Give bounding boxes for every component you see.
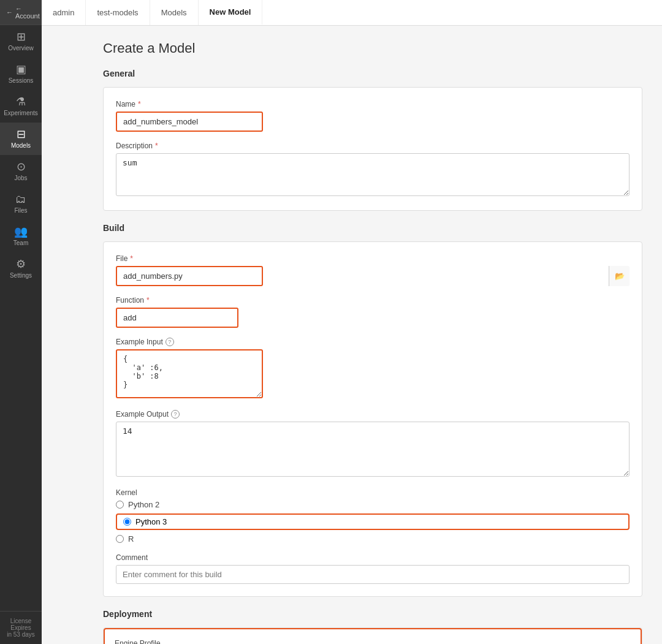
kernel-python3-radio[interactable] [123, 518, 131, 526]
example-input-group: Example Input ? { 'a' :6, 'b' :8 } [116, 338, 630, 400]
engine-profile-label: Engine Profile [115, 639, 631, 644]
kernel-python2-option[interactable]: Python 2 [116, 500, 630, 509]
page-title: Create a Model [103, 40, 642, 56]
kernel-r-option[interactable]: R [116, 534, 630, 544]
back-arrow-icon: ← [6, 9, 13, 16]
sidebar: ← ← Account ⊞ Overview ▣ Sessions ⚗ Expe… [0, 0, 42, 644]
sidebar-item-label: Sessions [9, 77, 34, 84]
deployment-section: Engine Profile 1 vCPU / 2 GiB Memory 2 v… [103, 627, 642, 644]
tab-new-model[interactable]: New Model [199, 0, 263, 25]
file-browse-button[interactable]: 📂 [609, 266, 630, 286]
description-group: Description * sum [116, 142, 630, 198]
file-required: * [130, 254, 133, 263]
files-icon: 🗂 [15, 194, 26, 205]
sidebar-item-label: Team [13, 240, 28, 246]
sidebar-item-label: Settings [10, 272, 32, 279]
file-group: File * 📂 [116, 254, 630, 286]
tab-admin[interactable]: admin [42, 0, 86, 25]
sidebar-item-files[interactable]: 🗂 Files [0, 188, 42, 220]
description-label: Description * [116, 142, 630, 150]
example-output-label: Example Output ? [116, 410, 630, 419]
example-output-help-icon[interactable]: ? [171, 410, 180, 419]
file-input[interactable] [116, 266, 263, 286]
kernel-r-label: R [128, 534, 134, 544]
main-content: Create a Model General Name * Descriptio… [83, 26, 662, 644]
comment-label: Comment [116, 553, 630, 562]
sidebar-item-models[interactable]: ⊟ Models [0, 123, 42, 155]
engine-profile-group: Engine Profile 1 vCPU / 2 GiB Memory 2 v… [115, 639, 631, 644]
sidebar-item-sessions[interactable]: ▣ Sessions [0, 58, 42, 90]
kernel-python3-label: Python 3 [135, 517, 167, 526]
name-group: Name * [116, 100, 630, 132]
sidebar-item-label: Experiments [4, 110, 38, 116]
models-icon: ⊟ [17, 129, 26, 140]
topbar: admin test-models Models New Model [42, 0, 662, 26]
license-line1: License [6, 618, 36, 624]
sessions-icon: ▣ [16, 64, 26, 75]
build-section: File * 📂 Function * Example Input ? [103, 241, 642, 597]
description-required: * [155, 142, 158, 150]
sidebar-item-label: Models [11, 142, 31, 149]
comment-group: Comment [116, 553, 630, 584]
deployment-inner: Engine Profile 1 vCPU / 2 GiB Memory 2 v… [104, 628, 642, 644]
kernel-group: Kernel Python 2 Python 3 R [116, 488, 630, 544]
function-input[interactable] [116, 308, 238, 328]
deployment-section-title: Deployment [103, 609, 642, 619]
sidebar-item-overview[interactable]: ⊞ Overview [0, 25, 42, 58]
name-input[interactable] [116, 112, 263, 132]
jobs-icon: ⊙ [17, 161, 26, 172]
tab-models[interactable]: Models [150, 0, 199, 25]
name-required: * [138, 100, 141, 108]
sidebar-item-experiments[interactable]: ⚗ Experiments [0, 90, 42, 123]
example-input-label: Example Input ? [116, 338, 630, 346]
tab-test-models[interactable]: test-models [86, 0, 150, 25]
account-label: ← Account [15, 5, 40, 20]
license-line2: Expires [6, 624, 36, 631]
example-input-help-icon[interactable]: ? [166, 338, 174, 346]
build-section-title: Build [103, 223, 642, 233]
experiments-icon: ⚗ [16, 96, 26, 107]
general-section-title: General [103, 69, 642, 78]
example-output-textarea[interactable]: 14 [116, 422, 630, 477]
general-section: Name * Description * sum [103, 87, 642, 211]
kernel-python2-label: Python 2 [128, 500, 159, 509]
kernel-radio-group: Python 2 Python 3 R [116, 500, 630, 544]
description-textarea[interactable]: sum [116, 153, 630, 196]
function-label: Function * [116, 296, 630, 305]
function-required: * [146, 296, 150, 305]
file-input-wrapper: 📂 [116, 266, 630, 286]
sidebar-item-label: Files [14, 207, 27, 214]
folder-icon: 📂 [615, 271, 625, 281]
sidebar-item-jobs[interactable]: ⊙ Jobs [0, 155, 42, 188]
overview-icon: ⊞ [17, 31, 26, 42]
name-label: Name * [116, 100, 630, 108]
sidebar-item-settings[interactable]: ⚙ Settings [0, 252, 42, 285]
kernel-r-radio[interactable] [116, 535, 124, 543]
license-line3: in 53 days [6, 631, 36, 638]
file-label: File * [116, 254, 630, 263]
comment-input[interactable] [116, 565, 630, 584]
kernel-python2-radio[interactable] [116, 501, 124, 509]
team-icon: 👥 [14, 226, 28, 237]
sidebar-item-label: Overview [8, 45, 34, 51]
example-input-textarea[interactable]: { 'a' :6, 'b' :8 } [116, 349, 263, 398]
license-info: License Expires in 53 days [0, 611, 42, 644]
sidebar-item-team[interactable]: 👥 Team [0, 220, 42, 252]
account-link[interactable]: ← ← Account [0, 0, 42, 25]
sidebar-item-label: Jobs [14, 175, 27, 181]
function-group: Function * [116, 296, 630, 328]
kernel-label: Kernel [116, 488, 630, 497]
settings-icon: ⚙ [16, 259, 26, 270]
example-output-group: Example Output ? 14 [116, 410, 630, 479]
kernel-python3-option[interactable]: Python 3 [116, 513, 630, 530]
